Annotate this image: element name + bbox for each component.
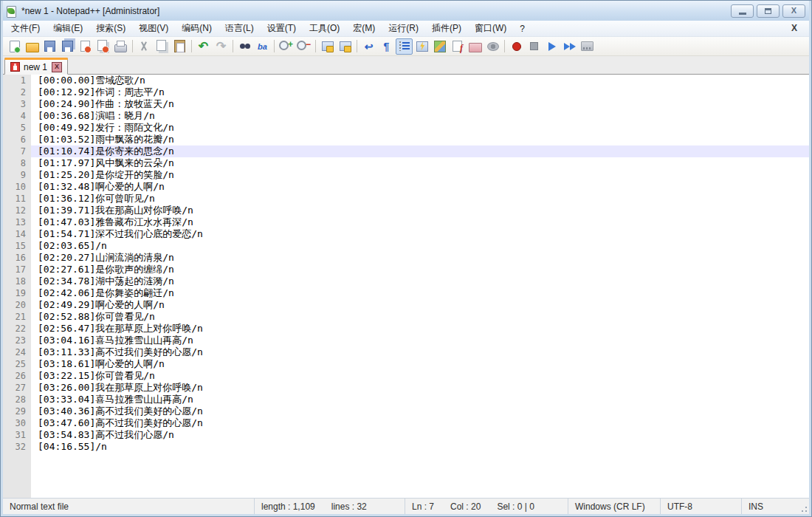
editor-line[interactable]: 31 [03:54.83]高不过我们心愿/n bbox=[3, 429, 809, 441]
editor-line[interactable]: 30 [03:47.60]高不过我们美好的心愿/n bbox=[3, 417, 809, 429]
editor-line[interactable]: 6 [01:03.52]雨中飘落的花瓣/n bbox=[3, 134, 809, 145]
title-bar[interactable]: *new 1 - Notepad++ [Administrator] X bbox=[3, 1, 809, 21]
function-list-icon[interactable] bbox=[449, 38, 466, 55]
save-all-icon[interactable] bbox=[59, 38, 76, 55]
undo-icon[interactable] bbox=[195, 38, 212, 55]
menu-item-edit[interactable]: 编辑(E) bbox=[47, 20, 89, 37]
close-file-icon[interactable] bbox=[77, 38, 94, 55]
zoom-in-icon[interactable] bbox=[278, 38, 295, 55]
folder-as-workspace-icon[interactable] bbox=[467, 38, 484, 55]
editor-line[interactable]: 14 [01:54.71]深不过我们心底的爱恋/n bbox=[3, 228, 809, 240]
editor-line[interactable]: 26 [03:22.15]你可曾看见/n bbox=[3, 370, 809, 382]
editor-line[interactable]: 16 [02:20.27]山涧流淌的清泉/n bbox=[3, 252, 809, 264]
editor-line[interactable]: 12 [01:39.71]我在那高山对你呼唤/n bbox=[3, 205, 809, 216]
toolbar-separator bbox=[274, 40, 275, 52]
show-indent-guide-icon[interactable] bbox=[396, 38, 413, 55]
toolbar-separator bbox=[504, 40, 505, 52]
menu-item-settings[interactable]: 设置(T) bbox=[261, 20, 303, 37]
zoom-out-icon[interactable] bbox=[295, 38, 312, 55]
editor-line[interactable]: 17 [02:27.61]是你歌声的缠绵/n bbox=[3, 264, 809, 275]
editor-line[interactable]: 2 [00:12.92]作词：周志平/n bbox=[3, 86, 809, 98]
editor-line[interactable]: 10 [01:32.48]啊心爱的人啊/n bbox=[3, 181, 809, 193]
line-number: 6 bbox=[3, 134, 31, 145]
editor-line[interactable]: 19 [02:42.06]是你舞姿的翩迁/n bbox=[3, 287, 809, 299]
status-encoding[interactable]: UTF-8 bbox=[661, 499, 742, 514]
replace-icon[interactable] bbox=[254, 38, 271, 55]
menu-item-file[interactable]: 文件(F) bbox=[4, 20, 47, 37]
editor-area[interactable]: 1 [00:00.00]雪域恋歌/n 2 [00:12.92]作词：周志平/n … bbox=[3, 75, 809, 498]
editor-line[interactable]: 15 [02:03.65]/n bbox=[3, 240, 809, 252]
print-icon[interactable] bbox=[112, 38, 129, 55]
paste-icon[interactable] bbox=[171, 38, 188, 55]
editor-line[interactable]: 25 [03:18.61]啊心爱的人啊/n bbox=[3, 358, 809, 370]
sync-horizontal-scroll-icon[interactable] bbox=[337, 38, 354, 55]
editor-line[interactable]: 8 [01:17.97]风中飘来的云朵/n bbox=[3, 157, 809, 169]
sync-vertical-scroll-icon[interactable] bbox=[319, 38, 336, 55]
window-title: *new 1 - Notepad++ [Administrator] bbox=[21, 6, 159, 16]
close-all-icon[interactable] bbox=[94, 38, 111, 55]
menu-item-plugins[interactable]: 插件(P) bbox=[425, 20, 468, 37]
line-number: 20 bbox=[3, 299, 31, 311]
editor-line[interactable]: 32 [04:16.55]/n bbox=[3, 441, 809, 453]
menu-item-window[interactable]: 窗口(W) bbox=[468, 20, 513, 37]
menu-item-language[interactable]: 语言(L) bbox=[219, 20, 261, 37]
editor-line[interactable]: 9 [01:25.20]是你绽开的笑脸/n bbox=[3, 169, 809, 181]
close-button[interactable]: X bbox=[782, 4, 805, 18]
line-text: [03:33.04]喜马拉雅雪山山再高/n bbox=[31, 394, 809, 405]
menu-item-macro[interactable]: 宏(M) bbox=[346, 20, 382, 37]
open-folder-icon[interactable] bbox=[24, 38, 41, 55]
macro-playback-icon[interactable] bbox=[543, 38, 560, 55]
menu-item-search[interactable]: 搜索(S) bbox=[89, 20, 132, 37]
editor-line[interactable]: 3 [00:24.90]作曲：放牧蓝天/n bbox=[3, 98, 809, 110]
editor-line[interactable]: 28 [03:33.04]喜马拉雅雪山山再高/n bbox=[3, 394, 809, 405]
document-map-icon[interactable] bbox=[431, 38, 448, 55]
resize-grip[interactable] bbox=[799, 504, 808, 513]
editor-line[interactable]: 5 [00:49.92]发行：雨陌文化/n bbox=[3, 122, 809, 134]
status-insert-mode[interactable]: INS bbox=[742, 499, 809, 514]
editor-line[interactable]: 20 [02:49.29]啊心爱的人啊/n bbox=[3, 299, 809, 311]
line-text: [03:11.33]高不过我们美好的心愿/n bbox=[31, 346, 809, 358]
editor-line[interactable]: 11 [01:36.12]你可曾听见/n bbox=[3, 193, 809, 205]
menu-item-view[interactable]: 视图(V) bbox=[132, 20, 175, 37]
show-all-characters-icon[interactable] bbox=[378, 38, 395, 55]
cut-icon[interactable] bbox=[136, 38, 153, 55]
macro-save-icon[interactable] bbox=[579, 38, 596, 55]
restore-icon bbox=[765, 8, 771, 14]
status-eol-format[interactable]: Windows (CR LF) bbox=[568, 499, 661, 514]
word-wrap-icon[interactable] bbox=[360, 38, 377, 55]
editor-line[interactable]: 13 [01:47.03]雅鲁藏布江水水再深/n bbox=[3, 216, 809, 228]
editor-line[interactable]: 1 [00:00.00]雪域恋歌/n bbox=[3, 75, 809, 86]
editor-line[interactable]: 24 [03:11.33]高不过我们美好的心愿/n bbox=[3, 346, 809, 358]
editor-line[interactable]: 29 [03:40.36]高不过我们美好的心愿/n bbox=[3, 405, 809, 417]
line-number: 3 bbox=[3, 98, 31, 110]
monitoring-icon[interactable] bbox=[484, 38, 501, 55]
menu-item-encoding[interactable]: 编码(N) bbox=[175, 20, 219, 37]
line-text: [00:49.92]发行：雨陌文化/n bbox=[31, 122, 809, 134]
find-icon[interactable] bbox=[236, 38, 253, 55]
editor-line[interactable]: 7 [01:10.74]是你寄来的思念/n bbox=[3, 145, 809, 157]
new-file-icon[interactable] bbox=[6, 38, 23, 55]
menu-close-button[interactable]: X bbox=[788, 23, 800, 33]
editor-line[interactable]: 21 [02:52.88]你可曾看见/n bbox=[3, 311, 809, 323]
editor-line[interactable]: 4 [00:36.68]演唱：晓月/n bbox=[3, 110, 809, 122]
save-icon[interactable] bbox=[41, 38, 58, 55]
menu-item-run[interactable]: 运行(R) bbox=[382, 20, 425, 37]
menu-item-tools[interactable]: 工具(O) bbox=[303, 20, 346, 37]
tab-close-icon[interactable]: X bbox=[52, 62, 62, 72]
redo-icon[interactable] bbox=[213, 38, 230, 55]
copy-icon[interactable] bbox=[154, 38, 171, 55]
macro-record-icon[interactable] bbox=[508, 38, 525, 55]
editor-line[interactable]: 18 [02:34.78]湖中荡起的涟漪/n bbox=[3, 275, 809, 287]
editor-line[interactable]: 27 [03:26.00]我在那草原上对你呼唤/n bbox=[3, 382, 809, 394]
user-defined-dialog-icon[interactable] bbox=[413, 38, 430, 55]
status-length-lines: length : 1,109 lines : 32 bbox=[255, 499, 405, 514]
restore-button[interactable] bbox=[757, 4, 780, 18]
macro-stop-icon[interactable] bbox=[526, 38, 543, 55]
minimize-icon bbox=[739, 13, 746, 15]
minimize-button[interactable] bbox=[731, 4, 754, 18]
tab-new-1[interactable]: new 1 X bbox=[4, 58, 68, 75]
editor-line[interactable]: 23 [03:04.16]喜马拉雅雪山山再高/n bbox=[3, 335, 809, 346]
menu-item-help[interactable]: ? bbox=[513, 21, 531, 36]
editor-line[interactable]: 22 [02:56.47]我在那草原上对你呼唤/n bbox=[3, 323, 809, 335]
macro-run-multiple-icon[interactable] bbox=[561, 38, 578, 55]
